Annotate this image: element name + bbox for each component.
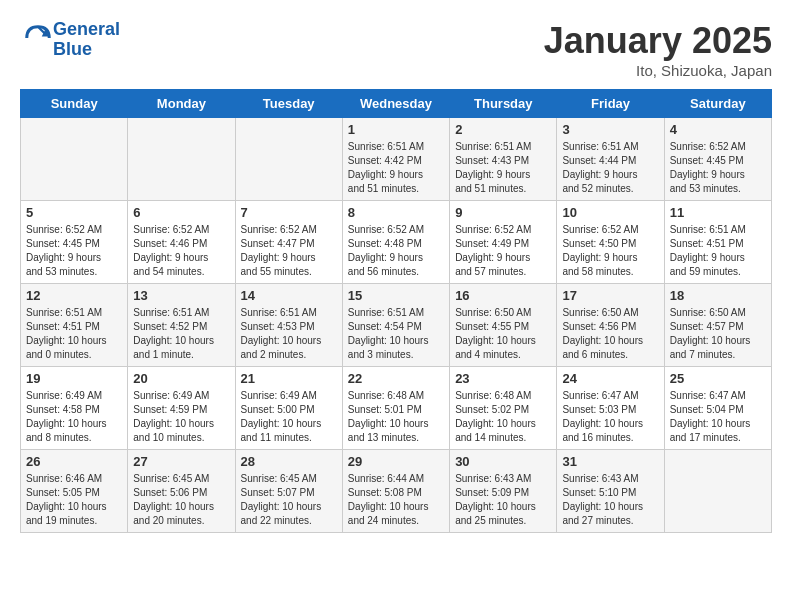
day-number: 28 [241,454,337,469]
day-number: 1 [348,122,444,137]
day-info: Sunrise: 6:52 AM Sunset: 4:50 PM Dayligh… [562,223,658,279]
day-number: 17 [562,288,658,303]
calendar-day-cell: 3Sunrise: 6:51 AM Sunset: 4:44 PM Daylig… [557,118,664,201]
day-info: Sunrise: 6:50 AM Sunset: 4:55 PM Dayligh… [455,306,551,362]
calendar-day-cell: 7Sunrise: 6:52 AM Sunset: 4:47 PM Daylig… [235,201,342,284]
day-info: Sunrise: 6:48 AM Sunset: 5:01 PM Dayligh… [348,389,444,445]
calendar-week-row: 5Sunrise: 6:52 AM Sunset: 4:45 PM Daylig… [21,201,772,284]
calendar-day-cell [664,450,771,533]
day-number: 23 [455,371,551,386]
day-number: 2 [455,122,551,137]
day-info: Sunrise: 6:51 AM Sunset: 4:44 PM Dayligh… [562,140,658,196]
day-info: Sunrise: 6:52 AM Sunset: 4:46 PM Dayligh… [133,223,229,279]
calendar-day-cell: 4Sunrise: 6:52 AM Sunset: 4:45 PM Daylig… [664,118,771,201]
day-number: 6 [133,205,229,220]
calendar-day-cell: 14Sunrise: 6:51 AM Sunset: 4:53 PM Dayli… [235,284,342,367]
calendar-day-cell: 30Sunrise: 6:43 AM Sunset: 5:09 PM Dayli… [450,450,557,533]
weekday-header-row: SundayMondayTuesdayWednesdayThursdayFrid… [21,90,772,118]
day-number: 21 [241,371,337,386]
day-info: Sunrise: 6:49 AM Sunset: 5:00 PM Dayligh… [241,389,337,445]
calendar-day-cell: 13Sunrise: 6:51 AM Sunset: 4:52 PM Dayli… [128,284,235,367]
calendar-day-cell: 9Sunrise: 6:52 AM Sunset: 4:49 PM Daylig… [450,201,557,284]
day-info: Sunrise: 6:52 AM Sunset: 4:45 PM Dayligh… [670,140,766,196]
day-info: Sunrise: 6:45 AM Sunset: 5:06 PM Dayligh… [133,472,229,528]
logo: General Blue [20,20,120,60]
day-number: 16 [455,288,551,303]
calendar-week-row: 12Sunrise: 6:51 AM Sunset: 4:51 PM Dayli… [21,284,772,367]
weekday-header: Monday [128,90,235,118]
calendar-day-cell: 8Sunrise: 6:52 AM Sunset: 4:48 PM Daylig… [342,201,449,284]
weekday-header: Thursday [450,90,557,118]
logo-general: General [53,20,120,40]
calendar-day-cell: 19Sunrise: 6:49 AM Sunset: 4:58 PM Dayli… [21,367,128,450]
day-number: 26 [26,454,122,469]
day-number: 24 [562,371,658,386]
day-info: Sunrise: 6:43 AM Sunset: 5:09 PM Dayligh… [455,472,551,528]
calendar-day-cell: 18Sunrise: 6:50 AM Sunset: 4:57 PM Dayli… [664,284,771,367]
day-info: Sunrise: 6:47 AM Sunset: 5:04 PM Dayligh… [670,389,766,445]
day-info: Sunrise: 6:51 AM Sunset: 4:42 PM Dayligh… [348,140,444,196]
calendar-day-cell: 12Sunrise: 6:51 AM Sunset: 4:51 PM Dayli… [21,284,128,367]
weekday-header: Sunday [21,90,128,118]
day-number: 11 [670,205,766,220]
day-info: Sunrise: 6:48 AM Sunset: 5:02 PM Dayligh… [455,389,551,445]
day-number: 12 [26,288,122,303]
day-info: Sunrise: 6:51 AM Sunset: 4:51 PM Dayligh… [670,223,766,279]
logo-icon [23,23,53,53]
calendar-day-cell: 31Sunrise: 6:43 AM Sunset: 5:10 PM Dayli… [557,450,664,533]
calendar-day-cell: 25Sunrise: 6:47 AM Sunset: 5:04 PM Dayli… [664,367,771,450]
calendar-table: SundayMondayTuesdayWednesdayThursdayFrid… [20,89,772,533]
calendar-day-cell: 15Sunrise: 6:51 AM Sunset: 4:54 PM Dayli… [342,284,449,367]
day-number: 9 [455,205,551,220]
day-info: Sunrise: 6:51 AM Sunset: 4:51 PM Dayligh… [26,306,122,362]
calendar-day-cell: 29Sunrise: 6:44 AM Sunset: 5:08 PM Dayli… [342,450,449,533]
day-info: Sunrise: 6:52 AM Sunset: 4:47 PM Dayligh… [241,223,337,279]
day-number: 3 [562,122,658,137]
day-info: Sunrise: 6:52 AM Sunset: 4:49 PM Dayligh… [455,223,551,279]
calendar-day-cell: 22Sunrise: 6:48 AM Sunset: 5:01 PM Dayli… [342,367,449,450]
calendar-day-cell: 27Sunrise: 6:45 AM Sunset: 5:06 PM Dayli… [128,450,235,533]
day-info: Sunrise: 6:50 AM Sunset: 4:57 PM Dayligh… [670,306,766,362]
day-number: 27 [133,454,229,469]
calendar-day-cell: 26Sunrise: 6:46 AM Sunset: 5:05 PM Dayli… [21,450,128,533]
day-info: Sunrise: 6:43 AM Sunset: 5:10 PM Dayligh… [562,472,658,528]
weekday-header: Wednesday [342,90,449,118]
calendar-day-cell [21,118,128,201]
day-info: Sunrise: 6:47 AM Sunset: 5:03 PM Dayligh… [562,389,658,445]
calendar-week-row: 26Sunrise: 6:46 AM Sunset: 5:05 PM Dayli… [21,450,772,533]
day-number: 30 [455,454,551,469]
day-info: Sunrise: 6:52 AM Sunset: 4:48 PM Dayligh… [348,223,444,279]
day-number: 18 [670,288,766,303]
day-info: Sunrise: 6:51 AM Sunset: 4:54 PM Dayligh… [348,306,444,362]
day-info: Sunrise: 6:45 AM Sunset: 5:07 PM Dayligh… [241,472,337,528]
calendar-day-cell: 28Sunrise: 6:45 AM Sunset: 5:07 PM Dayli… [235,450,342,533]
day-info: Sunrise: 6:46 AM Sunset: 5:05 PM Dayligh… [26,472,122,528]
day-number: 19 [26,371,122,386]
day-number: 25 [670,371,766,386]
day-info: Sunrise: 6:49 AM Sunset: 4:58 PM Dayligh… [26,389,122,445]
day-info: Sunrise: 6:49 AM Sunset: 4:59 PM Dayligh… [133,389,229,445]
weekday-header: Saturday [664,90,771,118]
calendar-day-cell [128,118,235,201]
day-info: Sunrise: 6:51 AM Sunset: 4:53 PM Dayligh… [241,306,337,362]
month-title: January 2025 [544,20,772,62]
calendar-day-cell: 6Sunrise: 6:52 AM Sunset: 4:46 PM Daylig… [128,201,235,284]
calendar-day-cell: 23Sunrise: 6:48 AM Sunset: 5:02 PM Dayli… [450,367,557,450]
logo-blue: Blue [53,40,120,60]
calendar-day-cell: 11Sunrise: 6:51 AM Sunset: 4:51 PM Dayli… [664,201,771,284]
day-number: 14 [241,288,337,303]
page-header: General Blue January 2025 Ito, Shizuoka,… [20,20,772,79]
weekday-header: Tuesday [235,90,342,118]
day-number: 20 [133,371,229,386]
day-number: 29 [348,454,444,469]
calendar-day-cell: 2Sunrise: 6:51 AM Sunset: 4:43 PM Daylig… [450,118,557,201]
calendar-day-cell: 24Sunrise: 6:47 AM Sunset: 5:03 PM Dayli… [557,367,664,450]
day-number: 13 [133,288,229,303]
day-info: Sunrise: 6:51 AM Sunset: 4:43 PM Dayligh… [455,140,551,196]
calendar-day-cell [235,118,342,201]
day-info: Sunrise: 6:50 AM Sunset: 4:56 PM Dayligh… [562,306,658,362]
calendar-day-cell: 17Sunrise: 6:50 AM Sunset: 4:56 PM Dayli… [557,284,664,367]
day-number: 10 [562,205,658,220]
calendar-day-cell: 1Sunrise: 6:51 AM Sunset: 4:42 PM Daylig… [342,118,449,201]
day-number: 22 [348,371,444,386]
